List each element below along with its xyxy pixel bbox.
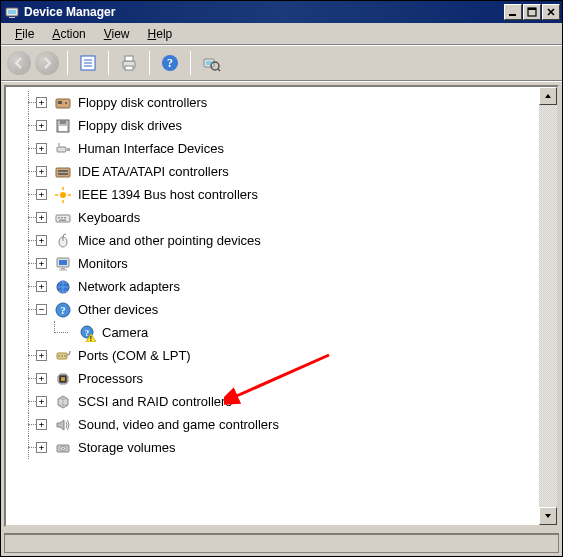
forward-button[interactable]	[35, 51, 59, 75]
tree-item-mice[interactable]: + Mice and other pointing devices	[6, 229, 557, 252]
menubar: File Action View Help	[1, 23, 562, 45]
tree-item-hid[interactable]: + Human Interface Devices	[6, 137, 557, 160]
maximize-button[interactable]	[523, 4, 541, 20]
svg-text:?: ?	[85, 327, 90, 337]
tree-item-floppy-controllers[interactable]: + Floppy disk controllers	[6, 91, 557, 114]
tree-item-camera[interactable]: ?! Camera	[6, 321, 557, 344]
network-icon	[54, 278, 72, 296]
svg-rect-1	[8, 10, 16, 14]
svg-rect-11	[125, 56, 133, 61]
svg-rect-40	[59, 260, 67, 265]
ports-icon	[54, 347, 72, 365]
statusbar	[4, 533, 559, 553]
tree-item-label: Camera	[102, 325, 148, 340]
menu-help[interactable]: Help	[140, 25, 181, 43]
svg-rect-24	[59, 126, 67, 131]
tree-item-processors[interactable]: + Processors	[6, 367, 557, 390]
tree-item-label: Monitors	[78, 256, 128, 271]
tree-item-label: Storage volumes	[78, 440, 176, 455]
mouse-icon	[54, 232, 72, 250]
floppy-controller-icon	[54, 94, 72, 112]
monitor-icon	[54, 255, 72, 273]
tree-item-label: Sound, video and game controllers	[78, 417, 279, 432]
expand-toggle[interactable]: +	[36, 419, 47, 430]
svg-point-52	[61, 355, 63, 357]
svg-rect-36	[59, 219, 66, 221]
storage-icon	[54, 439, 72, 457]
scroll-down-button[interactable]	[539, 507, 557, 525]
tree-item-label: Keyboards	[78, 210, 140, 225]
svg-rect-30	[58, 173, 68, 175]
expand-toggle[interactable]: +	[36, 442, 47, 453]
svg-rect-3	[509, 14, 516, 16]
expand-toggle[interactable]: +	[36, 189, 47, 200]
unknown-device-warning-icon: ?!	[78, 324, 96, 342]
svg-rect-12	[125, 66, 133, 70]
tree-item-ide[interactable]: + IDE ATA/ATAPI controllers	[6, 160, 557, 183]
tree-item-other-devices[interactable]: − ? Other devices	[6, 298, 557, 321]
svg-rect-35	[64, 217, 66, 219]
tree-item-storage[interactable]: + Storage volumes	[6, 436, 557, 459]
menu-action[interactable]: Action	[44, 25, 93, 43]
tree-item-label: Mice and other pointing devices	[78, 233, 261, 248]
tree-item-label: Ports (COM & LPT)	[78, 348, 191, 363]
tree-item-scsi[interactable]: + SCSI and RAID controllers	[6, 390, 557, 413]
expand-toggle[interactable]: +	[36, 281, 47, 292]
tree-item-label: Other devices	[78, 302, 158, 317]
menu-file[interactable]: File	[7, 25, 42, 43]
expand-toggle[interactable]: +	[36, 373, 47, 384]
print-button[interactable]	[115, 49, 143, 77]
device-manager-window: Device Manager File Action View Help	[0, 0, 563, 557]
svg-rect-23	[60, 120, 66, 124]
keyboard-icon	[54, 209, 72, 227]
window-title: Device Manager	[24, 5, 115, 19]
toolbar-separator	[108, 51, 109, 75]
app-icon	[4, 4, 20, 20]
tree-item-label: IDE ATA/ATAPI controllers	[78, 164, 229, 179]
svg-text:?: ?	[167, 56, 173, 70]
svg-point-51	[58, 355, 60, 357]
scroll-track[interactable]	[539, 105, 557, 507]
back-button[interactable]	[7, 51, 31, 75]
tree-item-monitors[interactable]: + Monitors	[6, 252, 557, 275]
svg-point-31	[60, 192, 66, 198]
tree-item-floppy-drives[interactable]: + Floppy disk drives	[6, 114, 557, 137]
tree-item-ieee1394[interactable]: + IEEE 1394 Bus host controllers	[6, 183, 557, 206]
help-button[interactable]: ?	[156, 49, 184, 77]
scan-hardware-button[interactable]	[197, 49, 225, 77]
svg-marker-61	[545, 94, 551, 98]
tree-item-label: Floppy disk drives	[78, 118, 182, 133]
expand-toggle[interactable]: +	[36, 166, 47, 177]
expand-toggle[interactable]: +	[36, 212, 47, 223]
collapse-toggle[interactable]: −	[36, 304, 47, 315]
svg-point-58	[62, 447, 63, 448]
tree-item-sound[interactable]: + Sound, video and game controllers	[6, 413, 557, 436]
properties-button[interactable]	[74, 49, 102, 77]
tree-item-network[interactable]: + Network adapters	[6, 275, 557, 298]
vertical-scrollbar[interactable]	[539, 87, 557, 525]
close-button[interactable]	[542, 4, 560, 20]
tree-item-ports[interactable]: + Ports (COM & LPT)	[6, 344, 557, 367]
svg-text:?: ?	[60, 304, 66, 316]
menu-view[interactable]: View	[96, 25, 138, 43]
processor-icon	[54, 370, 72, 388]
floppy-drive-icon	[54, 117, 72, 135]
expand-toggle[interactable]: +	[36, 350, 47, 361]
expand-toggle[interactable]: +	[36, 120, 47, 131]
ieee1394-icon	[54, 186, 72, 204]
svg-point-21	[65, 102, 67, 104]
expand-toggle[interactable]: +	[36, 97, 47, 108]
svg-rect-42	[59, 269, 67, 270]
device-tree[interactable]: + Floppy disk controllers + Floppy disk …	[6, 87, 557, 525]
minimize-button[interactable]	[504, 4, 522, 20]
expand-toggle[interactable]: +	[36, 143, 47, 154]
tree-item-label: Floppy disk controllers	[78, 95, 207, 110]
tree-item-label: SCSI and RAID controllers	[78, 394, 232, 409]
expand-toggle[interactable]: +	[36, 396, 47, 407]
svg-point-53	[64, 355, 66, 357]
toolbar-separator	[67, 51, 68, 75]
expand-toggle[interactable]: +	[36, 258, 47, 269]
scroll-up-button[interactable]	[539, 87, 557, 105]
expand-toggle[interactable]: +	[36, 235, 47, 246]
tree-item-keyboards[interactable]: + Keyboards	[6, 206, 557, 229]
